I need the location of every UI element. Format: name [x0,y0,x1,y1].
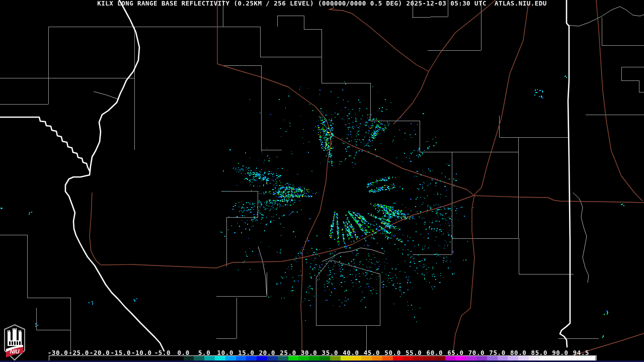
colorbar-segment [372,356,382,360]
colorbar-segment [476,356,487,360]
colorbar-segment [204,356,215,360]
colorbar-segment [424,356,435,360]
reflectivity-echo-layer [0,0,644,362]
colorbar-segment [330,356,341,360]
colorbar-segment [393,356,404,360]
niu-logo: NIU [4,324,26,361]
radar-display: NIU KILX LONG RANGE BASE REFLECTIVITY (0… [0,0,644,362]
colorbar-segment [225,356,236,360]
colorbar-segment [498,356,508,360]
colorbar-segment [445,356,456,360]
colorbar-segment [351,356,361,360]
colorbar-segment [278,356,288,360]
colorbar-segment [361,356,372,360]
colorbar-segment [215,356,225,360]
colorbar-segment [267,356,278,360]
colorbar-segment [319,356,330,360]
colorbar-segment [257,356,267,360]
colorbar-segment [487,356,498,360]
colorbar-segment [508,356,518,360]
colorbar-segment [382,356,393,360]
colorbar-segment [184,356,194,360]
colorbar-segment [298,356,309,360]
colorbar-segment [529,356,539,360]
colorbar-segment [309,356,319,360]
colorbar-segment [455,356,466,360]
colorbar-segment [236,356,247,360]
colorbar-segment [466,356,476,360]
colorbar-segment [403,356,414,360]
colorbar-segment [414,356,424,360]
niu-logo-text: NIU [10,348,20,354]
colorbar-segment [288,356,299,360]
colorbar-segment [246,356,257,360]
colorbar-segment [518,356,529,360]
colorbar-segment [194,356,204,360]
colorbar-segment [435,356,445,360]
colorbar-segment [341,356,351,360]
product-title: KILX LONG RANGE BASE REFLECTIVITY (0.25K… [0,0,644,7]
colorbar-segment [539,356,596,360]
